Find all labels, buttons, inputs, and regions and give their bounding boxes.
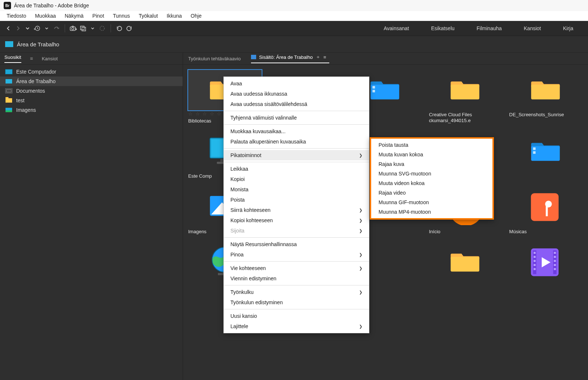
thumbnail[interactable] [429, 242, 502, 283]
tab-content[interactable]: Sisältö: Área de Trabalho ＋ ≡ [251, 54, 329, 63]
thumbnail[interactable] [509, 187, 583, 227]
left-pane-options-icon[interactable]: ≡ [30, 56, 33, 61]
grid-item[interactable] [509, 242, 583, 284]
context-menu-item[interactable]: Pinoa❯ [224, 249, 369, 260]
workspace-filminauha[interactable]: Filminauha [477, 25, 502, 31]
menu-tunnus[interactable]: Tunnus [108, 12, 134, 20]
left-pane-tabs: Suosikit ≡ Kansiot [0, 53, 183, 65]
context-submenu-item[interactable]: Muunna GIF-muotoon [371, 198, 492, 207]
context-menu-item[interactable]: Kopioi kohteeseen❯ [224, 215, 369, 225]
nav-recent-dropdown-icon[interactable] [23, 24, 32, 33]
batch-dropdown-icon[interactable] [88, 24, 97, 33]
context-menu-item[interactable]: Poista [224, 195, 369, 205]
fav-imagens[interactable]: Imagens [0, 105, 183, 115]
menu-ohje[interactable]: Ohje [186, 12, 206, 20]
fav-documentos[interactable]: Documentos [0, 86, 183, 96]
context-menu-item[interactable]: Palauta alkuperäinen kuvausaika [224, 136, 369, 147]
context-submenu-item[interactable]: Rajaa kuva [371, 159, 492, 169]
context-menu-item[interactable]: Tyhjennä välimuisti valinnalle [224, 113, 369, 123]
context-menu-item[interactable]: Muokkaa kuvausaikaa... [224, 126, 369, 136]
thumbnail[interactable] [509, 70, 583, 110]
thumbnail[interactable] [429, 70, 502, 110]
toolbar-separator [65, 24, 65, 32]
context-menu-item[interactable]: Uusi kansio [224, 311, 369, 321]
fav-area-de-trabalho[interactable]: Área de Trabalho [0, 77, 183, 86]
context-menu-item[interactable]: Työnkulun edistyminen [224, 297, 369, 308]
grid-item[interactable]: Músicas [509, 187, 583, 235]
context-submenu-item-label: Rajaa kuva [379, 161, 404, 167]
menu-nakyma[interactable]: Näkymä [60, 12, 88, 20]
context-menu-item[interactable]: Näytä Resurssienhallinnassa [224, 239, 369, 249]
context-submenu-pikatoiminnot[interactable]: Poista taustaMuuta kuvan kokoaRajaa kuva… [370, 137, 494, 220]
thumbnail[interactable] [509, 131, 583, 172]
fav-test[interactable]: test [0, 96, 183, 105]
context-menu-item[interactable]: Kopioi [224, 174, 369, 184]
context-menu-item[interactable]: Leikkaa [224, 164, 369, 174]
rotate-ccw-icon[interactable] [115, 24, 124, 33]
menu-tiedosto[interactable]: Tiedosto [2, 12, 31, 20]
context-menu-item-label: Uusi kansio [230, 313, 257, 319]
rotate-cw-icon[interactable] [124, 24, 134, 33]
context-menu-item-label: Näytä Resurssienhallinnassa [230, 241, 297, 247]
fav-este-computador[interactable]: Este Computador [0, 67, 183, 77]
workspace-avainsanat[interactable]: Avainsanat [384, 25, 409, 31]
context-menu-item[interactable]: Monista [224, 184, 369, 195]
tab-kansiot[interactable]: Kansiot [42, 56, 58, 61]
context-submenu-item[interactable]: Muunna SVG-muotoon [371, 169, 492, 178]
workspace-esikatselu[interactable]: Esikatselu [431, 25, 455, 31]
context-menu-item[interactable]: Viennin edistyminen [224, 273, 369, 284]
grid-item[interactable] [509, 131, 583, 179]
grid-item[interactable]: Creative Cloud Files ckumarsi_494015.e [429, 70, 502, 124]
history-icon[interactable] [32, 24, 42, 33]
context-menu-separator [224, 237, 369, 238]
context-menu-item[interactable]: Avaa uudessa sisältövälilehdessä [224, 99, 369, 109]
context-menu-item[interactable]: Avaa [224, 78, 369, 89]
menu-tyokalut[interactable]: Työkalut [134, 12, 162, 20]
fav-label: Imagens [16, 107, 36, 113]
thumbnail[interactable] [509, 242, 583, 283]
context-menu-item-label: Pinoa [230, 252, 244, 258]
context-menu-item[interactable]: Avaa uudessa ikkunassa [224, 89, 369, 99]
history-dropdown-icon[interactable] [42, 24, 51, 33]
left-pane: Suosikit ≡ Kansiot Este Computador Área … [0, 53, 183, 380]
context-menu[interactable]: AvaaAvaa uudessa ikkunassaAvaa uudessa s… [223, 77, 369, 333]
context-submenu-item[interactable]: Muuta kuvan kokoa [371, 150, 492, 159]
context-menu-item[interactable]: Lajittele❯ [224, 321, 369, 331]
grid-item[interactable] [429, 242, 502, 284]
context-menu-item[interactable]: Vie kohteeseen❯ [224, 263, 369, 273]
context-submenu-item[interactable]: Poista tausta [371, 140, 492, 150]
refresh-circle-icon[interactable] [97, 24, 107, 33]
menubar: Tiedosto Muokkaa Näkymä Pinot Tunnus Työ… [0, 11, 588, 21]
grid-item[interactable]: DE_Screenshots_Sunrise [509, 70, 583, 124]
favorites-list: Este Computador Área de Trabalho Documen… [0, 65, 183, 117]
context-menu-item[interactable]: Siirrä kohteeseen❯ [224, 205, 369, 215]
nav-back-icon[interactable] [4, 24, 13, 33]
context-menu-item[interactable]: Pikatoiminnot❯ [224, 150, 369, 160]
tab-options-icon[interactable]: ≡ [323, 54, 326, 60]
tab-workflow[interactable]: Työnkulun tehtäväkaavio [188, 56, 241, 61]
menu-ikkuna[interactable]: Ikkuna [162, 12, 186, 20]
batch-icon[interactable] [78, 24, 88, 33]
tab-suosikit[interactable]: Suosikit [4, 54, 21, 63]
svg-rect-3 [80, 26, 84, 30]
svg-point-5 [100, 26, 104, 31]
context-menu-item-label: Poista [230, 197, 245, 203]
add-tab-icon[interactable]: ＋ [316, 54, 320, 60]
menu-pinot[interactable]: Pinot [88, 12, 108, 20]
context-submenu-item[interactable]: Muunna MP4-muotoon [371, 207, 492, 217]
submenu-arrow-icon: ❯ [359, 252, 362, 257]
boomerang-icon[interactable] [51, 24, 61, 33]
context-menu-item: Sijoita❯ [224, 225, 369, 236]
nav-forward-icon[interactable] [13, 24, 23, 33]
context-menu-item[interactable]: Työnkulku❯ [224, 287, 369, 297]
workspace-kansiot[interactable]: Kansiot [524, 25, 541, 31]
context-submenu-item[interactable]: Muuta videon kokoa [371, 178, 492, 188]
context-menu-item-label: Palauta alkuperäinen kuvausaika [230, 139, 306, 145]
menu-muokkaa[interactable]: Muokkaa [31, 12, 60, 20]
content-tabs: Työnkulun tehtäväkaavio Sisältö: Área de… [183, 53, 588, 65]
monitor-icon [5, 69, 12, 74]
context-submenu-item[interactable]: Rajaa video [371, 188, 492, 198]
path-label[interactable]: Área de Trabalho [17, 41, 59, 47]
workspace-kirja[interactable]: Kirja [563, 25, 573, 31]
camera-download-icon[interactable] [69, 24, 78, 33]
